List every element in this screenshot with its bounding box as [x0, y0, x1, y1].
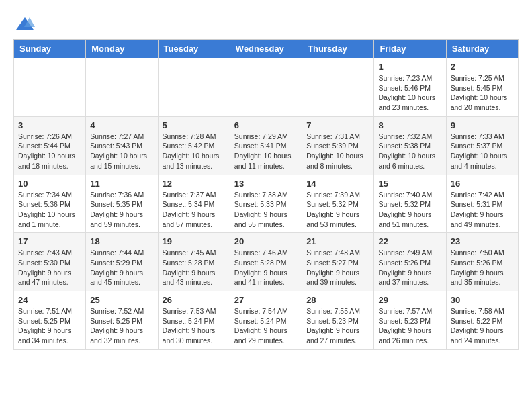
- day-number: 4: [90, 120, 153, 130]
- day-info: Sunrise: 7:55 AM Sunset: 5:23 PM Dayligh…: [306, 306, 369, 346]
- day-info: Sunrise: 7:26 AM Sunset: 5:44 PM Dayligh…: [18, 132, 81, 171]
- calendar-cell: 5Sunrise: 7:28 AM Sunset: 5:42 PM Daylig…: [158, 116, 230, 175]
- day-info: Sunrise: 7:39 AM Sunset: 5:32 PM Dayligh…: [306, 190, 369, 230]
- day-info: Sunrise: 7:48 AM Sunset: 5:27 PM Dayligh…: [306, 248, 369, 287]
- day-number: 12: [163, 179, 226, 189]
- day-number: 9: [451, 120, 514, 130]
- calendar-week-row: 17Sunrise: 7:43 AM Sunset: 5:30 PM Dayli…: [14, 233, 519, 291]
- calendar-cell: 10Sunrise: 7:34 AM Sunset: 5:36 PM Dayli…: [14, 175, 86, 233]
- day-number: 22: [378, 236, 441, 246]
- day-number: 5: [163, 120, 226, 130]
- day-number: 30: [451, 295, 514, 305]
- day-info: Sunrise: 7:33 AM Sunset: 5:37 PM Dayligh…: [451, 132, 514, 171]
- day-info: Sunrise: 7:34 AM Sunset: 5:36 PM Dayligh…: [18, 190, 81, 230]
- calendar-cell: [230, 58, 302, 117]
- calendar-cell: 26Sunrise: 7:53 AM Sunset: 5:24 PM Dayli…: [158, 291, 230, 350]
- calendar-header-row: SundayMondayTuesdayWednesdayThursdayFrid…: [14, 40, 519, 58]
- day-info: Sunrise: 7:32 AM Sunset: 5:38 PM Dayligh…: [378, 132, 441, 171]
- day-info: Sunrise: 7:52 AM Sunset: 5:25 PM Dayligh…: [90, 306, 153, 346]
- day-number: 19: [163, 236, 226, 246]
- calendar-cell: 27Sunrise: 7:54 AM Sunset: 5:24 PM Dayli…: [230, 291, 302, 350]
- calendar-cell: 18Sunrise: 7:44 AM Sunset: 5:29 PM Dayli…: [86, 233, 158, 291]
- day-info: Sunrise: 7:50 AM Sunset: 5:26 PM Dayligh…: [451, 248, 514, 287]
- calendar-week-row: 1Sunrise: 7:23 AM Sunset: 5:46 PM Daylig…: [14, 58, 519, 117]
- day-info: Sunrise: 7:23 AM Sunset: 5:46 PM Dayligh…: [378, 73, 441, 113]
- day-number: 15: [378, 179, 441, 189]
- calendar-cell: 2Sunrise: 7:25 AM Sunset: 5:45 PM Daylig…: [446, 58, 518, 117]
- calendar-cell: 24Sunrise: 7:51 AM Sunset: 5:25 PM Dayli…: [14, 291, 86, 350]
- calendar-cell: 9Sunrise: 7:33 AM Sunset: 5:37 PM Daylig…: [446, 116, 518, 175]
- day-info: Sunrise: 7:49 AM Sunset: 5:26 PM Dayligh…: [378, 248, 441, 287]
- day-number: 13: [234, 179, 298, 189]
- calendar-day-header: Friday: [374, 40, 446, 58]
- calendar-cell: 8Sunrise: 7:32 AM Sunset: 5:38 PM Daylig…: [374, 116, 446, 175]
- day-info: Sunrise: 7:37 AM Sunset: 5:34 PM Dayligh…: [163, 190, 226, 230]
- calendar-cell: 30Sunrise: 7:58 AM Sunset: 5:22 PM Dayli…: [446, 291, 518, 350]
- calendar-cell: 7Sunrise: 7:31 AM Sunset: 5:39 PM Daylig…: [302, 116, 374, 175]
- day-number: 2: [451, 62, 514, 72]
- calendar-cell: 6Sunrise: 7:29 AM Sunset: 5:41 PM Daylig…: [230, 116, 302, 175]
- calendar-cell: [86, 58, 158, 117]
- day-number: 10: [18, 179, 81, 189]
- day-number: 28: [306, 295, 369, 305]
- calendar-cell: 15Sunrise: 7:40 AM Sunset: 5:32 PM Dayli…: [374, 175, 446, 233]
- day-number: 24: [18, 295, 81, 305]
- calendar-cell: 23Sunrise: 7:50 AM Sunset: 5:26 PM Dayli…: [446, 233, 518, 291]
- calendar-cell: 16Sunrise: 7:42 AM Sunset: 5:31 PM Dayli…: [446, 175, 518, 233]
- day-info: Sunrise: 7:46 AM Sunset: 5:28 PM Dayligh…: [234, 248, 298, 287]
- calendar-cell: 19Sunrise: 7:45 AM Sunset: 5:28 PM Dayli…: [158, 233, 230, 291]
- day-info: Sunrise: 7:40 AM Sunset: 5:32 PM Dayligh…: [378, 190, 441, 230]
- calendar-day-header: Wednesday: [230, 40, 302, 58]
- day-number: 16: [451, 179, 514, 189]
- day-number: 3: [18, 120, 81, 130]
- day-number: 1: [378, 62, 441, 72]
- header: [13, 13, 519, 32]
- day-info: Sunrise: 7:58 AM Sunset: 5:22 PM Dayligh…: [451, 306, 514, 346]
- day-info: Sunrise: 7:27 AM Sunset: 5:43 PM Dayligh…: [90, 132, 153, 171]
- calendar-cell: 20Sunrise: 7:46 AM Sunset: 5:28 PM Dayli…: [230, 233, 302, 291]
- day-info: Sunrise: 7:45 AM Sunset: 5:28 PM Dayligh…: [163, 248, 226, 287]
- calendar-body: 1Sunrise: 7:23 AM Sunset: 5:46 PM Daylig…: [14, 58, 519, 350]
- calendar-table: SundayMondayTuesdayWednesdayThursdayFrid…: [13, 39, 519, 350]
- day-number: 11: [90, 179, 153, 189]
- day-info: Sunrise: 7:31 AM Sunset: 5:39 PM Dayligh…: [306, 132, 369, 171]
- calendar-cell: 17Sunrise: 7:43 AM Sunset: 5:30 PM Dayli…: [14, 233, 86, 291]
- calendar-cell: 25Sunrise: 7:52 AM Sunset: 5:25 PM Dayli…: [86, 291, 158, 350]
- calendar-cell: 21Sunrise: 7:48 AM Sunset: 5:27 PM Dayli…: [302, 233, 374, 291]
- calendar-cell: [302, 58, 374, 117]
- day-number: 26: [163, 295, 226, 305]
- calendar-cell: 12Sunrise: 7:37 AM Sunset: 5:34 PM Dayli…: [158, 175, 230, 233]
- calendar-cell: 29Sunrise: 7:57 AM Sunset: 5:23 PM Dayli…: [374, 291, 446, 350]
- day-number: 23: [451, 236, 514, 246]
- calendar-cell: 13Sunrise: 7:38 AM Sunset: 5:33 PM Dayli…: [230, 175, 302, 233]
- day-info: Sunrise: 7:36 AM Sunset: 5:35 PM Dayligh…: [90, 190, 153, 230]
- day-number: 20: [234, 236, 298, 246]
- day-info: Sunrise: 7:38 AM Sunset: 5:33 PM Dayligh…: [234, 190, 298, 230]
- day-info: Sunrise: 7:54 AM Sunset: 5:24 PM Dayligh…: [234, 306, 298, 346]
- calendar-week-row: 10Sunrise: 7:34 AM Sunset: 5:36 PM Dayli…: [14, 175, 519, 233]
- calendar-week-row: 24Sunrise: 7:51 AM Sunset: 5:25 PM Dayli…: [14, 291, 519, 350]
- calendar-week-row: 3Sunrise: 7:26 AM Sunset: 5:44 PM Daylig…: [14, 116, 519, 175]
- day-number: 27: [234, 295, 298, 305]
- calendar-cell: [158, 58, 230, 117]
- calendar-cell: 1Sunrise: 7:23 AM Sunset: 5:46 PM Daylig…: [374, 58, 446, 117]
- day-info: Sunrise: 7:28 AM Sunset: 5:42 PM Dayligh…: [163, 132, 226, 171]
- logo-general: [13, 16, 34, 32]
- calendar-day-header: Monday: [86, 40, 158, 58]
- calendar-day-header: Sunday: [14, 40, 86, 58]
- day-info: Sunrise: 7:29 AM Sunset: 5:41 PM Dayligh…: [234, 132, 298, 171]
- calendar-cell: 4Sunrise: 7:27 AM Sunset: 5:43 PM Daylig…: [86, 116, 158, 175]
- calendar-day-header: Thursday: [302, 40, 374, 58]
- day-number: 25: [90, 295, 153, 305]
- day-info: Sunrise: 7:57 AM Sunset: 5:23 PM Dayligh…: [378, 306, 441, 346]
- calendar-cell: 22Sunrise: 7:49 AM Sunset: 5:26 PM Dayli…: [374, 233, 446, 291]
- calendar-cell: 14Sunrise: 7:39 AM Sunset: 5:32 PM Dayli…: [302, 175, 374, 233]
- day-number: 18: [90, 236, 153, 246]
- calendar-day-header: Saturday: [446, 40, 518, 58]
- day-info: Sunrise: 7:51 AM Sunset: 5:25 PM Dayligh…: [18, 306, 81, 346]
- logo: [13, 16, 34, 32]
- calendar-cell: [14, 58, 86, 117]
- calendar-cell: 3Sunrise: 7:26 AM Sunset: 5:44 PM Daylig…: [14, 116, 86, 175]
- day-number: 17: [18, 236, 81, 246]
- day-number: 7: [306, 120, 369, 130]
